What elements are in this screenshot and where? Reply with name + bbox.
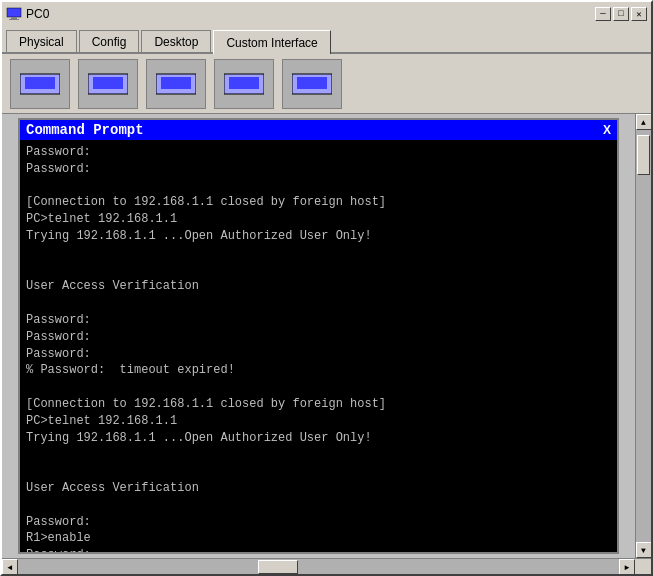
tab-desktop[interactable]: Desktop [141,30,211,52]
close-button[interactable]: ✕ [631,7,647,21]
tab-physical[interactable]: Physical [6,30,77,52]
window-title: PC0 [26,7,49,21]
cmd-title-text: Command Prompt [26,122,144,138]
device-img-4 [224,69,264,99]
scroll-corner [635,559,651,574]
device-icon-5[interactable] [282,59,342,109]
svg-rect-12 [297,77,327,89]
h-scroll-track [18,559,619,574]
scroll-track [636,130,651,542]
device-img-2 [88,69,128,99]
svg-rect-10 [229,77,259,89]
title-bar: PC0 — □ ✕ [2,2,651,26]
command-prompt-window: Command Prompt X Password: Password: [Co… [18,118,619,554]
scroll-up-button[interactable]: ▲ [636,114,652,130]
tab-bar: Physical Config Desktop Custom Interface [2,26,651,54]
title-bar-controls: — □ ✕ [595,7,647,21]
svg-rect-6 [93,77,123,89]
device-icon-4[interactable] [214,59,274,109]
svg-rect-1 [11,17,17,19]
cmd-close-button[interactable]: X [603,123,611,137]
cmd-title-bar: Command Prompt X [20,120,617,140]
scroll-thumb[interactable] [637,135,650,175]
svg-rect-2 [9,19,19,20]
maximize-button[interactable]: □ [613,7,629,21]
main-area: Command Prompt X Password: Password: [Co… [2,114,651,558]
computer-icon [6,6,22,22]
right-scrollbar: ▲ ▼ [635,114,651,558]
content-area: Command Prompt X Password: Password: [Co… [2,54,651,574]
device-img-3 [156,69,196,99]
device-icon-2[interactable] [78,59,138,109]
scroll-left-button[interactable]: ◄ [2,559,18,574]
bottom-scrollbar: ◄ ► [2,558,651,574]
device-icon-1[interactable] [10,59,70,109]
h-scroll-thumb[interactable] [258,560,298,574]
main-window: PC0 — □ ✕ Physical Config Desktop Custom… [0,0,653,576]
scroll-down-button[interactable]: ▼ [636,542,652,558]
svg-rect-8 [161,77,191,89]
device-img-5 [292,69,332,99]
main-content: Command Prompt X Password: Password: [Co… [2,114,635,558]
svg-rect-0 [7,8,21,17]
icon-strip [2,54,651,114]
device-icon-3[interactable] [146,59,206,109]
scroll-right-button[interactable]: ► [619,559,635,574]
svg-rect-4 [25,77,55,89]
title-bar-left: PC0 [6,6,49,22]
device-img-1 [20,69,60,99]
tab-config[interactable]: Config [79,30,140,52]
tab-custom-interface[interactable]: Custom Interface [213,30,330,54]
minimize-button[interactable]: — [595,7,611,21]
cmd-body[interactable]: Password: Password: [Connection to 192.1… [20,140,617,552]
